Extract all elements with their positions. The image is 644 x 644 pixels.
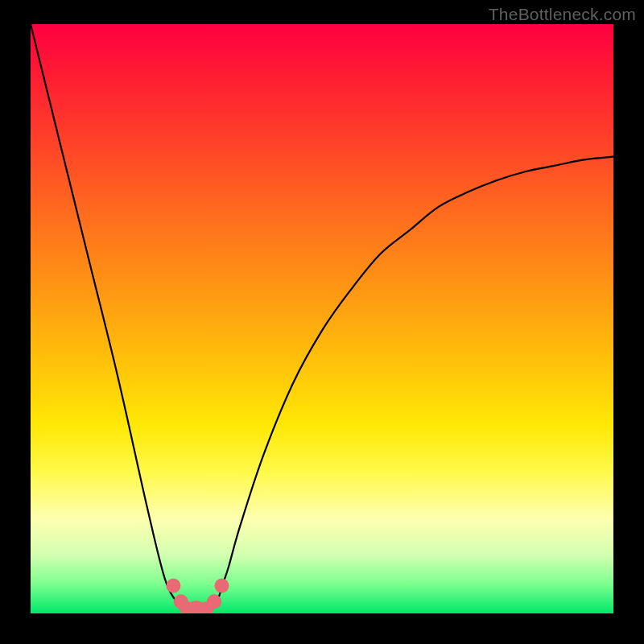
marker-point [214, 579, 229, 593]
chart-svg [31, 24, 613, 613]
plot-area [31, 24, 613, 613]
chart-frame: TheBottleneck.com [0, 0, 644, 644]
marker-point [207, 594, 221, 609]
marker-point [166, 579, 180, 593]
bottleneck-curve [31, 24, 613, 613]
watermark-text: TheBottleneck.com [489, 5, 636, 24]
